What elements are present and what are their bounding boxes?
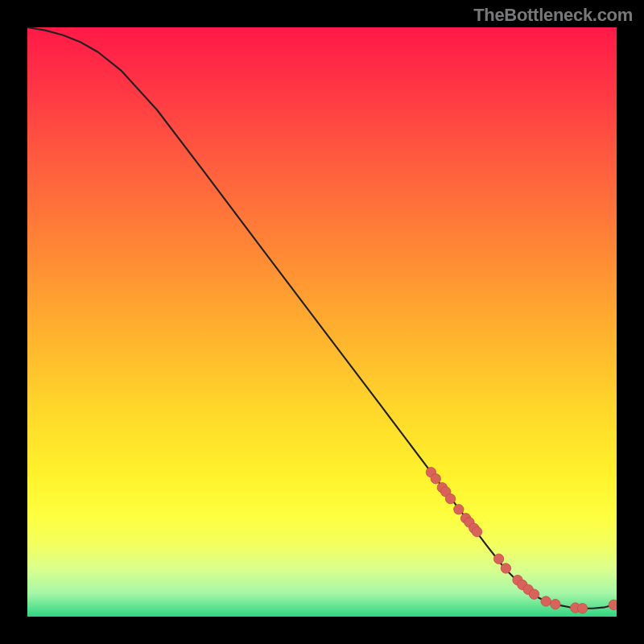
data-dots bbox=[426, 467, 617, 613]
data-dot bbox=[529, 589, 539, 599]
data-dot bbox=[609, 600, 617, 609]
data-dot bbox=[431, 474, 440, 484]
data-dot bbox=[551, 599, 560, 609]
data-dot bbox=[577, 604, 587, 613]
data-dot bbox=[472, 526, 481, 536]
bottleneck-curve bbox=[27, 27, 617, 609]
data-dot bbox=[445, 493, 455, 503]
data-dot bbox=[493, 554, 503, 564]
plot-area bbox=[27, 27, 617, 617]
chart-frame: TheBottleneck.com bbox=[0, 0, 644, 644]
data-dot bbox=[501, 564, 510, 573]
data-dot bbox=[454, 505, 464, 514]
data-dot bbox=[541, 597, 551, 606]
curve-layer bbox=[27, 27, 617, 617]
watermark-text: TheBottleneck.com bbox=[473, 5, 633, 26]
